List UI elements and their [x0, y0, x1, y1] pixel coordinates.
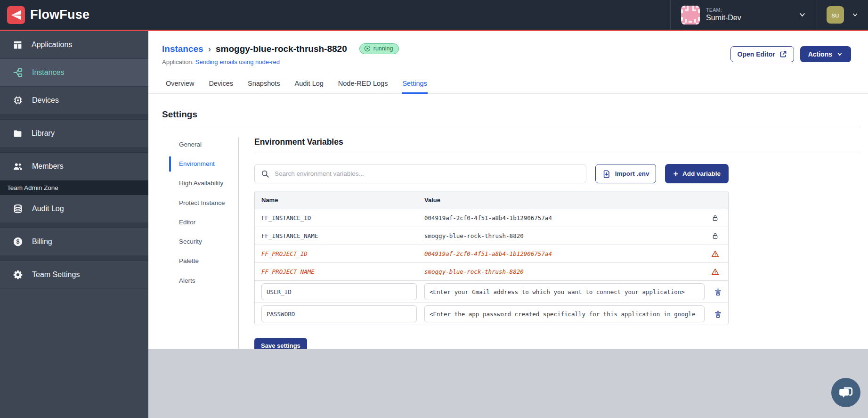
- search-input[interactable]: [275, 170, 580, 177]
- lock-icon: [702, 214, 728, 221]
- instance-tabs: Overview Devices Snapshots Audit Log Nod…: [148, 75, 868, 94]
- delete-variable-button[interactable]: [705, 288, 729, 296]
- chevron-down-icon: [836, 51, 843, 57]
- sidebar-group-gap: [0, 148, 148, 153]
- subnav-environment[interactable]: Environment: [169, 156, 227, 172]
- env-var-value-input[interactable]: [424, 305, 705, 322]
- env-var-name-input[interactable]: [261, 305, 417, 322]
- team-avatar: [681, 6, 700, 25]
- import-env-button[interactable]: Import .env: [595, 164, 657, 183]
- folder-icon: [13, 129, 23, 139]
- divider: [254, 153, 860, 153]
- header-actions: Open Editor Actions: [730, 43, 851, 62]
- team-label: TEAM:: [706, 7, 741, 13]
- table-row: [255, 280, 728, 303]
- trash-icon: [714, 288, 722, 296]
- env-var-value-input[interactable]: [424, 283, 705, 300]
- search-icon: [261, 170, 269, 178]
- sidebar-item-instances[interactable]: Instances: [0, 59, 148, 87]
- database-icon: [13, 204, 23, 214]
- delete-variable-button[interactable]: [705, 310, 729, 318]
- subnav-editor[interactable]: Editor: [169, 215, 227, 230]
- subnav-protect-instance[interactable]: Protect Instance: [169, 196, 227, 211]
- sidebar-item-audit-log[interactable]: Audit Log: [0, 195, 148, 223]
- open-editor-button[interactable]: Open Editor: [730, 46, 794, 62]
- env-var-value: 004919af-2cf0-4f51-a8b4-1b12906757a4: [424, 214, 702, 221]
- status-badge-text: running: [373, 45, 393, 52]
- instances-hierarchy-icon: [13, 67, 23, 78]
- team-text: TEAM: Sumit-Dev: [706, 7, 741, 23]
- table-row: FF_INSTANCE_ID 004919af-2cf0-4f51-a8b4-1…: [255, 209, 728, 227]
- play-circle-icon: [364, 45, 371, 52]
- tab-snapshots[interactable]: Snapshots: [247, 75, 281, 94]
- tab-devices[interactable]: Devices: [208, 75, 234, 94]
- table-row: FF_INSTANCE_NAME smoggy-blue-rock-thrush…: [255, 227, 728, 245]
- status-badge: running: [359, 43, 399, 54]
- main-content: Instances › smoggy-blue-rock-thrush-8820…: [148, 31, 868, 418]
- table-row: [255, 303, 728, 325]
- import-env-label: Import .env: [615, 170, 649, 177]
- env-var-value: smoggy-blue-rock-thrush-8820: [424, 268, 702, 275]
- sidebar-group-gap: [0, 223, 148, 228]
- sidebar-item-team-settings[interactable]: Team Settings: [0, 261, 148, 289]
- user-menu[interactable]: su: [817, 0, 868, 30]
- sidebar-item-label: Members: [32, 162, 64, 171]
- sidebar-item-label: Library: [32, 129, 55, 138]
- sidebar-item-label: Applications: [32, 41, 72, 49]
- table-header: Name Value: [255, 191, 728, 209]
- page-footer-area: [148, 349, 868, 418]
- sidebar-item-library[interactable]: Library: [0, 120, 148, 148]
- sidebar-item-devices[interactable]: Devices: [0, 87, 148, 115]
- chevron-down-icon: [798, 11, 806, 19]
- tab-overview[interactable]: Overview: [165, 75, 195, 94]
- breadcrumb: Instances › smoggy-blue-rock-thrush-8820…: [162, 43, 399, 54]
- warning-triangle-icon: [702, 250, 728, 258]
- applications-grid-icon: [13, 40, 23, 50]
- add-variable-label: Add variable: [682, 170, 721, 177]
- page-header: Instances › smoggy-blue-rock-thrush-8820…: [148, 31, 868, 66]
- gear-icon: [13, 270, 23, 280]
- env-var-value: 004919af-2cf0-4f51-a8b4-1b12906757a4: [424, 250, 702, 257]
- subnav-high-availability[interactable]: High Availability: [169, 176, 227, 191]
- env-var-name-input[interactable]: [261, 283, 417, 300]
- add-variable-button[interactable]: + Add variable: [665, 164, 729, 183]
- column-value: Value: [424, 197, 702, 204]
- environment-panel: Environment Variables: [254, 137, 860, 353]
- tab-nodered-logs[interactable]: Node-RED Logs: [338, 75, 389, 94]
- chat-bubbles-icon: [838, 385, 854, 401]
- user-avatar: su: [827, 6, 844, 24]
- chevron-down-icon: [852, 11, 859, 18]
- sidebar-item-members[interactable]: Members: [0, 153, 148, 180]
- document-download-icon: [602, 170, 611, 178]
- sidebar-item-applications[interactable]: Applications: [0, 31, 148, 59]
- warning-triangle-icon: [702, 268, 728, 276]
- instance-name: smoggy-blue-rock-thrush-8820: [216, 44, 347, 54]
- application-line: Application: Sending emails using node-r…: [162, 58, 399, 66]
- subnav-palette[interactable]: Palette: [169, 254, 227, 269]
- dollar-circle-icon: $: [13, 237, 23, 247]
- search-box: [254, 164, 586, 183]
- sidebar-item-label: Audit Log: [32, 205, 64, 213]
- divider: [238, 137, 239, 353]
- chat-widget-button[interactable]: [831, 378, 860, 407]
- subnav-general[interactable]: General: [169, 137, 227, 152]
- actions-label: Actions: [808, 50, 832, 58]
- divider: [162, 127, 860, 127]
- team-selector[interactable]: TEAM: Sumit-Dev: [671, 0, 817, 30]
- env-var-name: FF_PROJECT_NAME: [261, 268, 424, 275]
- actions-button[interactable]: Actions: [800, 46, 851, 62]
- sidebar-item-label: Billing: [32, 238, 52, 246]
- breadcrumb-instances-link[interactable]: Instances: [162, 44, 203, 54]
- breadcrumb-separator: ›: [208, 44, 211, 54]
- tab-audit-log[interactable]: Audit Log: [294, 75, 324, 94]
- column-name: Name: [261, 197, 424, 204]
- sidebar-item-label: Team Settings: [32, 270, 80, 279]
- subnav-security[interactable]: Security: [169, 234, 227, 249]
- sidebar: Applications Instances D: [0, 31, 148, 418]
- sidebar-group-gap: [0, 256, 148, 261]
- subnav-alerts[interactable]: Alerts: [169, 273, 227, 288]
- application-link[interactable]: Sending emails using node-red: [195, 58, 280, 66]
- sidebar-item-billing[interactable]: $ Billing: [0, 228, 148, 256]
- flowfuse-logo-icon: [7, 6, 25, 24]
- tab-settings[interactable]: Settings: [402, 75, 427, 94]
